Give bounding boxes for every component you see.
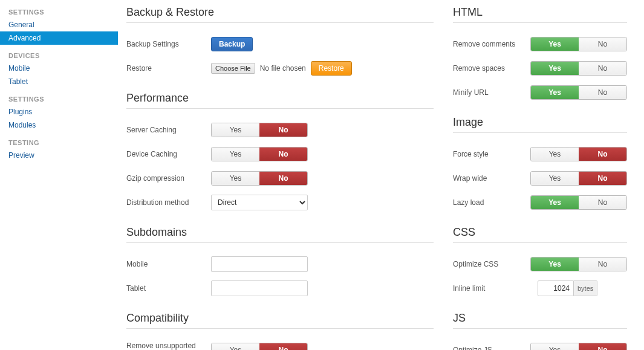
label-optimize-css: Optimize CSS: [453, 260, 530, 268]
restore-button[interactable]: Restore: [311, 61, 352, 76]
label-server-caching: Server Caching: [126, 126, 211, 134]
section-js: JS: [453, 312, 627, 325]
sidebar-item-general[interactable]: General: [0, 18, 118, 31]
toggle-device-caching[interactable]: Yes No: [211, 147, 308, 161]
toggle-yes[interactable]: Yes: [531, 37, 579, 51]
subdomain-mobile-input[interactable]: [211, 256, 308, 272]
divider: [126, 22, 434, 23]
sidebar-item-advanced[interactable]: Advanced: [0, 31, 118, 45]
sidebar-header-settings: SETTINGS: [0, 5, 118, 18]
toggle-no[interactable]: No: [579, 86, 626, 99]
toggle-no[interactable]: No: [259, 147, 307, 161]
toggle-yes[interactable]: Yes: [212, 147, 259, 161]
toggle-no[interactable]: No: [579, 343, 626, 350]
label-restore: Restore: [126, 64, 211, 73]
divider: [453, 22, 627, 23]
sidebar-item-preview[interactable]: Preview: [0, 149, 118, 162]
toggle-remove-comments[interactable]: Yes No: [530, 37, 627, 51]
label-sub-tablet: Tablet: [126, 284, 211, 293]
settings-column-right: HTML Remove comments Yes No Remove space…: [444, 0, 638, 350]
toggle-no[interactable]: No: [579, 258, 626, 271]
label-force-style: Force style: [453, 150, 530, 158]
toggle-no[interactable]: No: [259, 343, 307, 350]
toggle-force-style[interactable]: Yes No: [530, 147, 627, 161]
toggle-yes[interactable]: Yes: [531, 196, 579, 209]
toggle-remove-spaces[interactable]: Yes No: [530, 61, 627, 76]
label-css-inline-limit: Inline limit: [453, 284, 538, 293]
toggle-yes[interactable]: Yes: [212, 172, 259, 185]
section-css: CSS: [453, 226, 627, 239]
toggle-lazy-load[interactable]: Yes No: [530, 195, 627, 210]
section-performance: Performance: [126, 92, 434, 105]
toggle-server-caching[interactable]: Yes No: [211, 123, 308, 137]
unit-bytes: bytes: [574, 280, 597, 296]
toggle-gzip[interactable]: Yes No: [211, 171, 308, 186]
toggle-yes[interactable]: Yes: [531, 147, 579, 161]
section-backup-restore: Backup & Restore: [126, 6, 434, 19]
backup-button[interactable]: Backup: [211, 37, 253, 51]
toggle-yes[interactable]: Yes: [212, 343, 259, 350]
file-status: No file chosen: [260, 64, 306, 73]
label-backup-settings: Backup Settings: [126, 40, 211, 48]
label-distribution: Distribution method: [126, 198, 211, 207]
sidebar-item-mobile[interactable]: Mobile: [0, 62, 118, 75]
subdomain-tablet-input[interactable]: [211, 280, 308, 296]
toggle-yes[interactable]: Yes: [531, 172, 579, 185]
label-device-caching: Device Caching: [126, 150, 211, 158]
toggle-yes[interactable]: Yes: [531, 258, 579, 271]
toggle-optimize-js[interactable]: Yes No: [530, 343, 627, 350]
sidebar-header-devices: DEVICES: [0, 48, 118, 62]
sidebar-item-plugins[interactable]: Plugins: [0, 105, 118, 118]
sidebar-item-tablet[interactable]: Tablet: [0, 75, 118, 88]
toggle-optimize-css[interactable]: Yes No: [530, 257, 627, 271]
divider: [126, 328, 434, 329]
divider: [126, 242, 434, 243]
sidebar-header-testing: TESTING: [0, 135, 118, 149]
label-optimize-js: Optimize JS: [453, 346, 530, 350]
sidebar: SETTINGS General Advanced DEVICES Mobile…: [0, 0, 118, 350]
section-compatibility: Compatibility: [126, 312, 434, 325]
section-subdomains: Subdomains: [126, 226, 434, 239]
divider: [453, 328, 627, 329]
toggle-no[interactable]: No: [579, 62, 626, 75]
distribution-select[interactable]: Direct: [211, 195, 308, 210]
section-html: HTML: [453, 6, 627, 19]
toggle-no[interactable]: No: [579, 37, 626, 51]
divider: [453, 132, 627, 133]
label-remove-unsupported: Remove unsupported tags: [126, 342, 211, 350]
label-wrap-wide: Wrap wide: [453, 174, 530, 183]
label-minify-url: Minify URL: [453, 88, 530, 97]
toggle-no[interactable]: No: [579, 147, 626, 161]
label-remove-spaces: Remove spaces: [453, 64, 530, 73]
label-sub-mobile: Mobile: [126, 260, 211, 268]
sidebar-item-modules[interactable]: Modules: [0, 118, 118, 132]
divider: [126, 108, 434, 109]
label-remove-comments: Remove comments: [453, 40, 530, 48]
divider: [453, 242, 627, 243]
toggle-no[interactable]: No: [579, 196, 626, 209]
toggle-yes[interactable]: Yes: [531, 343, 579, 350]
section-image: Image: [453, 116, 627, 129]
sidebar-header-settings-2: SETTINGS: [0, 92, 118, 105]
choose-file-button[interactable]: Choose File: [211, 63, 255, 74]
toggle-yes[interactable]: Yes: [531, 86, 579, 99]
toggle-yes[interactable]: Yes: [531, 62, 579, 75]
toggle-minify-url[interactable]: Yes No: [530, 85, 627, 100]
settings-column-left: Backup & Restore Backup Settings Backup …: [118, 0, 444, 350]
toggle-remove-unsupported[interactable]: Yes No: [211, 343, 308, 350]
label-gzip: Gzip compression: [126, 174, 211, 183]
toggle-no[interactable]: No: [259, 172, 307, 185]
toggle-yes[interactable]: Yes: [212, 123, 259, 137]
toggle-no[interactable]: No: [579, 172, 626, 185]
css-inline-limit-input[interactable]: [538, 280, 574, 296]
toggle-wrap-wide[interactable]: Yes No: [530, 171, 627, 186]
label-lazy-load: Lazy load: [453, 198, 530, 207]
toggle-no[interactable]: No: [259, 123, 307, 137]
